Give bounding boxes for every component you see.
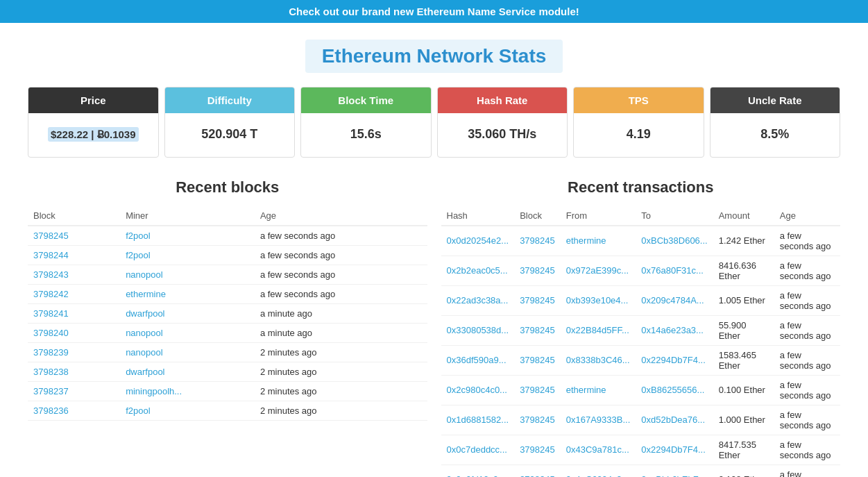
recent-blocks-header-row: Block Miner Age <box>28 206 427 226</box>
tx-from: 0x22B84d5FF... <box>561 315 636 345</box>
tx-block-link[interactable]: 3798245 <box>520 444 555 455</box>
to-link[interactable]: 0x2294Db7F4... <box>641 355 706 365</box>
miner-link[interactable]: ethermine <box>126 289 166 299</box>
tx-block-link[interactable]: 3798245 <box>520 474 555 477</box>
tx-amount: 1.000 Ether <box>713 405 774 435</box>
tx-block-link[interactable]: 3798245 <box>520 385 555 395</box>
hash-link[interactable]: 0x0c7deddcc... <box>447 444 507 455</box>
tx-to: 0xaBbb6bEbF... <box>636 465 713 477</box>
tx-amount: 1.242 Ether <box>713 226 774 256</box>
tx-from: ethermine <box>561 375 636 405</box>
block-link[interactable]: 3798240 <box>33 328 69 338</box>
from-link[interactable]: 0xb393e10e4... <box>566 295 629 306</box>
miner-link[interactable]: nanopool <box>126 347 163 358</box>
col-amount: Amount <box>713 206 774 226</box>
miner-link[interactable]: miningpoolh... <box>126 386 182 396</box>
to-link[interactable]: 0x76a80F31c... <box>641 265 704 276</box>
stat-value-blocktime: 15.6s <box>301 113 431 156</box>
to-link[interactable]: 0x2294Db7F4... <box>641 444 706 455</box>
miner-link[interactable]: f2pool <box>126 231 150 241</box>
tx-from: 0x8338b3C46... <box>561 345 636 375</box>
hash-link[interactable]: 0x2c980c4c0... <box>447 385 507 395</box>
block-link[interactable]: 3798236 <box>33 405 69 416</box>
col-age: Age <box>255 206 427 226</box>
miner-link[interactable]: nanopool <box>126 328 163 338</box>
tx-block-link[interactable]: 3798245 <box>520 235 555 246</box>
from-link[interactable]: 0x8338b3C46... <box>566 355 630 365</box>
tx-block-link[interactable]: 3798245 <box>520 265 555 276</box>
tx-block-link[interactable]: 3798245 <box>520 415 555 425</box>
block-link[interactable]: 3798241 <box>33 308 69 319</box>
stat-value-tps: 4.19 <box>574 113 704 156</box>
tx-block-link[interactable]: 3798245 <box>520 325 555 335</box>
to-link[interactable]: 0xaBbb6bEbF... <box>641 474 705 477</box>
table-row: 0x0d20254e2... 3798245 ethermine 0xBCb38… <box>441 226 841 256</box>
tx-hash: 0x22ad3c38a... <box>441 285 515 315</box>
hash-link[interactable]: 0x33080538d... <box>447 325 509 335</box>
table-row: 3798243 nanopool a few seconds ago <box>28 265 427 284</box>
tx-to: 0x76a80F31c... <box>636 256 713 285</box>
block-link[interactable]: 3798242 <box>33 289 69 299</box>
tx-hash: 0x2c980c4c0... <box>441 375 515 405</box>
tx-age: a few seconds ago <box>774 405 840 435</box>
tx-from: 0xb393e10e4... <box>561 285 636 315</box>
hash-link[interactable]: 0x0d20254e2... <box>447 235 509 246</box>
tx-from: 0x43C9a781c... <box>561 435 636 465</box>
tx-block-link[interactable]: 3798245 <box>520 355 555 365</box>
to-link[interactable]: 0x209c4784A... <box>641 295 704 306</box>
col-block: Block <box>514 206 561 226</box>
from-link[interactable]: 0x167A9333B... <box>566 415 631 425</box>
block-miner: nanopool <box>120 342 255 362</box>
tx-age: a few seconds ago <box>774 375 840 405</box>
tx-age: a few seconds ago <box>774 256 840 285</box>
block-link[interactable]: 3798244 <box>33 250 69 260</box>
table-row: 0x2b2eac0c5... 3798245 0x972aE399c... 0x… <box>441 256 841 285</box>
tx-block: 3798245 <box>514 285 561 315</box>
miner-link[interactable]: f2pool <box>126 250 150 260</box>
miner-link[interactable]: f2pool <box>126 405 150 416</box>
from-link[interactable]: ethermine <box>566 235 606 246</box>
table-row: 0x33080538d... 3798245 0x22B84d5FF... 0x… <box>441 315 841 345</box>
hash-link[interactable]: 0x1d6881582... <box>447 415 509 425</box>
block-number: 3798241 <box>28 303 120 323</box>
block-age: a minute ago <box>255 323 427 342</box>
to-link[interactable]: 0xd52bDea76... <box>641 415 705 425</box>
to-link[interactable]: 0xBCb38D606... <box>641 235 707 246</box>
stat-card-price: Price $228.22 | Ƀ0.1039 <box>28 87 159 158</box>
tx-to: 0x14a6e23a3... <box>636 315 713 345</box>
table-row: 0x36df590a9... 3798245 0x8338b3C46... 0x… <box>441 345 841 375</box>
hash-link[interactable]: 0x0e0fd10c0... <box>447 474 506 477</box>
col-to: To <box>636 206 713 226</box>
recent-blocks-thead: Block Miner Age <box>28 206 427 226</box>
block-age: 2 minutes ago <box>255 381 427 401</box>
to-link[interactable]: 0xB86255656... <box>641 385 704 395</box>
tx-hash: 0x2b2eac0c5... <box>441 256 515 285</box>
miner-link[interactable]: dwarfpool <box>126 367 164 377</box>
recent-transactions-section: Recent transactions Hash Block From To A… <box>441 178 841 478</box>
tx-to: 0xBCb38D606... <box>636 226 713 256</box>
hash-link[interactable]: 0x2b2eac0c5... <box>447 265 508 276</box>
hash-link[interactable]: 0x22ad3c38a... <box>447 295 509 306</box>
from-link[interactable]: ethermine <box>566 385 606 395</box>
tx-age: a few seconds ago <box>774 315 840 345</box>
from-link[interactable]: 0x43C9a781c... <box>566 444 629 455</box>
col-from: From <box>561 206 636 226</box>
tx-block-link[interactable]: 3798245 <box>520 295 555 306</box>
from-link[interactable]: 0x22B84d5FF... <box>566 325 629 335</box>
to-link[interactable]: 0x14a6e23a3... <box>641 325 704 335</box>
recent-blocks-title: Recent blocks <box>28 178 427 196</box>
hash-link[interactable]: 0x36df590a9... <box>447 355 507 365</box>
recent-transactions-table: Hash Block From To Amount Age 0x0d20254e… <box>441 206 841 478</box>
block-link[interactable]: 3798238 <box>33 367 69 377</box>
miner-link[interactable]: nanopool <box>126 269 163 280</box>
block-link[interactable]: 3798243 <box>33 269 69 280</box>
block-miner: miningpoolh... <box>120 381 255 401</box>
block-link[interactable]: 3798239 <box>33 347 69 358</box>
from-link[interactable]: 0x972aE399c... <box>566 265 629 276</box>
block-link[interactable]: 3798237 <box>33 386 69 396</box>
from-link[interactable]: 0x4eC6094c3... <box>566 474 629 477</box>
miner-link[interactable]: dwarfpool <box>126 308 164 319</box>
tx-to: 0xB86255656... <box>636 375 713 405</box>
block-link[interactable]: 3798245 <box>33 231 69 241</box>
tx-amount: 55.900 Ether <box>713 315 774 345</box>
